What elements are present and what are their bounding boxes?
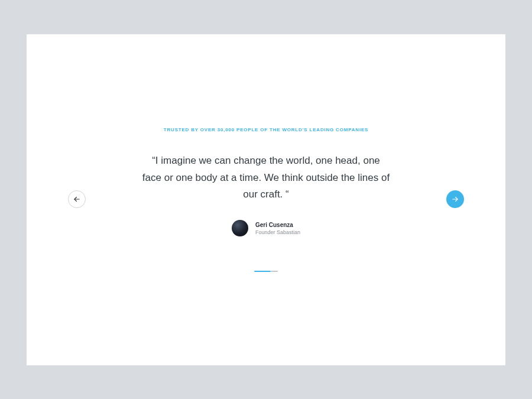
author-text: Geri Cusenza Founder Sabastian (255, 222, 300, 235)
carousel-indicators (254, 271, 278, 272)
author-name: Geri Cusenza (255, 222, 293, 228)
testimonial-body: TRUSTED BY OVER 30,000 PEOPLE OF THE WOR… (86, 127, 446, 273)
next-button[interactable] (446, 190, 464, 208)
indicator-inactive[interactable] (271, 271, 278, 272)
avatar (232, 220, 248, 236)
indicator-active[interactable] (254, 271, 271, 272)
prev-button[interactable] (68, 190, 86, 208)
arrow-right-icon (451, 195, 459, 203)
eyebrow-text: TRUSTED BY OVER 30,000 PEOPLE OF THE WOR… (164, 127, 368, 132)
testimonial-content-row: TRUSTED BY OVER 30,000 PEOPLE OF THE WOR… (27, 127, 505, 273)
quote-text: “I imagine we can change the world, one … (142, 153, 390, 204)
author-role: Founder Sabastian (255, 229, 300, 235)
author-row: Geri Cusenza Founder Sabastian (232, 220, 300, 236)
testimonial-card: TRUSTED BY OVER 30,000 PEOPLE OF THE WOR… (27, 34, 505, 365)
arrow-left-icon (73, 195, 81, 203)
